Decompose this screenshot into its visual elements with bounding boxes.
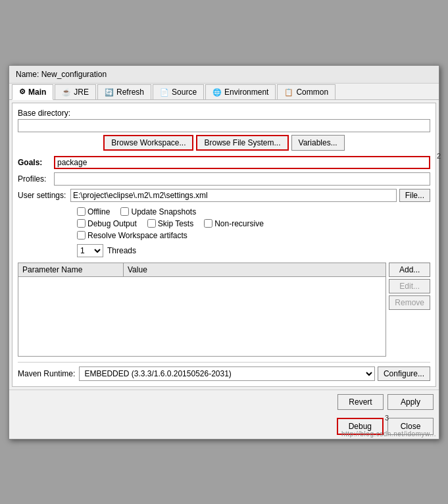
configure-button[interactable]: Configure... <box>378 366 430 381</box>
goals-label: Goals: <box>18 158 54 167</box>
checkbox-offline[interactable]: Offline <box>77 207 110 216</box>
user-settings-label: User settings: <box>18 191 70 200</box>
tab-jre[interactable]: ☕ JRE <box>55 84 96 99</box>
debug-button-label: Debug <box>349 422 372 431</box>
tab-environment[interactable]: 🌐 Environment <box>205 84 276 99</box>
resolve-workspace-checkbox[interactable] <box>77 231 86 239</box>
update-snapshots-label: Update Snapshots <box>131 207 196 216</box>
checkbox-debug-output[interactable]: Debug Output <box>77 219 137 228</box>
threads-label: Threads <box>107 246 136 255</box>
revert-button[interactable]: Revert <box>337 394 384 410</box>
checkbox-non-recursive[interactable]: Non-recursive <box>204 219 264 228</box>
variables-button[interactable]: Variables... <box>291 135 345 151</box>
base-directory-label: Base directory: <box>18 109 430 118</box>
refresh-tab-icon: 🔄 <box>105 88 114 97</box>
remove-button[interactable]: Remove <box>389 295 430 310</box>
edit-button[interactable]: Edit... <box>389 279 430 293</box>
tab-refresh[interactable]: 🔄 Refresh <box>97 84 151 99</box>
source-tab-label: Source <box>172 88 197 97</box>
common-tab-label: Common <box>296 88 328 97</box>
param-table-body[interactable] <box>18 277 386 356</box>
add-button[interactable]: Add... <box>389 263 430 277</box>
debug-output-label: Debug Output <box>87 219 137 228</box>
debug-badge: 3 <box>385 414 389 422</box>
env-tab-icon: 🌐 <box>212 88 222 97</box>
bottom-buttons-row: Revert Apply <box>9 390 439 414</box>
goals-input[interactable] <box>54 156 430 169</box>
skip-tests-label: Skip Tests <box>158 219 193 228</box>
browse-workspace-button[interactable]: Browse Workspace... <box>103 135 193 151</box>
browse-buttons-row: Browse Workspace... Browse File System..… <box>18 135 430 151</box>
main-dialog: Name: New_configuration ⚙ Main ☕ JRE 🔄 R… <box>9 65 439 440</box>
jre-tab-label: JRE <box>74 88 89 97</box>
maven-runtime-row: Maven Runtime: EMBEDDED (3.3.3/1.6.0.201… <box>18 362 430 381</box>
profiles-row: Profiles: <box>18 172 430 186</box>
table-action-buttons: Add... Edit... Remove <box>389 263 430 357</box>
threads-row: 1 2 4 Threads <box>77 244 430 257</box>
profiles-label: Profiles: <box>18 174 54 184</box>
env-tab-label: Environment <box>224 88 268 97</box>
common-tab-icon: 📋 <box>284 88 293 97</box>
checkbox-row-1: Offline Update Snapshots <box>77 207 430 216</box>
jre-tab-icon: ☕ <box>62 88 71 97</box>
param-col-name-header: Parameter Name <box>18 263 124 276</box>
apply-button[interactable]: Apply <box>387 394 434 410</box>
debug-output-checkbox[interactable] <box>77 219 86 228</box>
tab-bar: ⚙ Main ☕ JRE 🔄 Refresh 📄 Source 🌐 Enviro… <box>9 84 439 100</box>
dialog-title: Name: New_configuration <box>16 70 107 79</box>
tab-source[interactable]: 📄 Source <box>153 84 204 99</box>
main-tab-label: Main <box>28 88 46 97</box>
update-snapshots-checkbox[interactable] <box>120 207 129 216</box>
file-button[interactable]: File... <box>399 189 430 202</box>
main-content: Base directory: Browse Workspace... Brow… <box>12 103 436 387</box>
title-bar: Name: New_configuration <box>9 66 439 84</box>
browse-filesystem-button[interactable]: Browse File System... <box>196 135 288 151</box>
checkbox-skip-tests[interactable]: Skip Tests <box>147 219 193 228</box>
non-recursive-label: Non-recursive <box>214 219 264 228</box>
tab-common[interactable]: 📋 Common <box>277 84 336 99</box>
user-settings-row: User settings: File... <box>18 189 430 202</box>
goals-input-wrapper: 2 <box>54 156 430 169</box>
base-directory-section: Base directory: Browse Workspace... Brow… <box>18 109 430 151</box>
checkbox-resolve-workspace[interactable]: Resolve Workspace artifacts <box>77 231 187 240</box>
checkbox-update-snapshots[interactable]: Update Snapshots <box>120 207 196 216</box>
resolve-workspace-label: Resolve Workspace artifacts <box>87 231 187 240</box>
profiles-input[interactable] <box>54 172 430 186</box>
base-directory-input[interactable] <box>18 119 430 132</box>
checkboxes-section: Offline Update Snapshots Debug Output Sk… <box>77 207 430 240</box>
threads-select[interactable]: 1 2 4 <box>77 244 103 257</box>
parameter-table-section: Parameter Name Value Add... Edit... Remo… <box>18 263 430 357</box>
non-recursive-checkbox[interactable] <box>204 219 212 228</box>
checkbox-row-3: Resolve Workspace artifacts <box>77 231 430 240</box>
goals-row: Goals: 2 <box>18 156 430 169</box>
maven-runtime-label: Maven Runtime: <box>18 369 79 378</box>
offline-label: Offline <box>87 207 110 216</box>
watermark: http://blog.csdn.net/idomyw... <box>341 430 436 438</box>
checkbox-row-2: Debug Output Skip Tests Non-recursive <box>77 219 430 228</box>
goals-badge: 2 <box>437 152 441 160</box>
offline-checkbox[interactable] <box>77 207 86 216</box>
param-table-header: Parameter Name Value <box>18 263 386 277</box>
refresh-tab-label: Refresh <box>116 88 144 97</box>
user-settings-input[interactable] <box>70 189 397 202</box>
parameter-table: Parameter Name Value <box>18 263 386 357</box>
source-tab-icon: 📄 <box>160 88 169 97</box>
maven-runtime-select[interactable]: EMBEDDED (3.3.3/1.6.0.20150526-2031) <box>79 366 375 381</box>
tab-main[interactable]: ⚙ Main <box>12 84 53 100</box>
param-col-value-header: Value <box>124 263 386 276</box>
skip-tests-checkbox[interactable] <box>147 219 156 228</box>
main-tab-icon: ⚙ <box>19 88 26 96</box>
